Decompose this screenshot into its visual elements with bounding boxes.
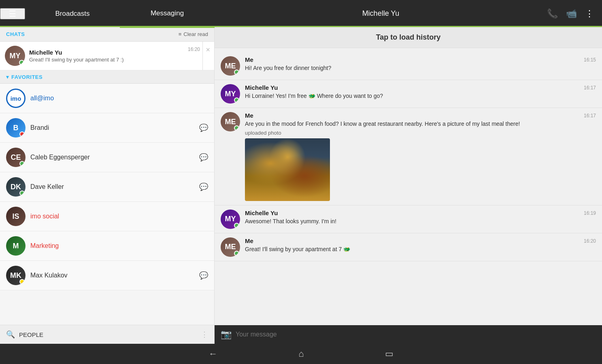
online-dot-me-1 (234, 70, 239, 75)
status-dot-dave (19, 190, 25, 196)
online-status-dot (19, 60, 24, 65)
bottom-navigation: ← ⌂ ▭ (0, 344, 602, 364)
favorite-item-marketing[interactable]: M Marketing (0, 231, 214, 261)
favorites-section-label: FAVORITES (11, 74, 43, 80)
broadcasts-tab[interactable]: Broadcasts (25, 0, 120, 27)
fav-avatar-max: MK (6, 266, 26, 285)
fav-name-brandi: Brandi (26, 124, 199, 131)
people-more-icon[interactable]: ⋮ (201, 330, 208, 339)
msg-time-5: 16:20 (584, 237, 596, 244)
main-layout: CHATS ≡ Clear read MY Michelle Yu Great!… (0, 27, 602, 344)
hamburger-icon: ☰ (9, 9, 16, 18)
recents-button[interactable]: ▭ (385, 349, 394, 359)
hamburger-menu-button[interactable]: ☰ (0, 8, 25, 19)
messages-area: ME Me Hi! Are you free for dinner tonigh… (215, 48, 602, 325)
tap-history-button[interactable]: Tap to load history (215, 27, 602, 48)
fav-avatar-brandi: B (6, 118, 26, 138)
video-call-icon[interactable]: 📹 (566, 8, 577, 19)
right-panel: Tap to load history ME Me Hi! Are you fr… (215, 27, 602, 344)
msg-time-1: 16:15 (584, 56, 596, 63)
msg-avatar-1: ME (221, 56, 240, 76)
fav-avatar-caleb: CE (6, 148, 26, 167)
message-status-icon-caleb: 💬 (199, 153, 208, 162)
message-status-icon-dave: 💬 (199, 182, 208, 191)
message-input-bar: 📷 (215, 325, 602, 344)
favorites-header: ▾ FAVORITES (0, 70, 214, 84)
msg-time-3: 16:17 (584, 112, 596, 119)
clear-read-button[interactable]: ≡ Clear read (179, 31, 208, 37)
search-icon[interactable]: 🔍 (6, 330, 15, 339)
message-input[interactable] (236, 331, 596, 338)
broadcasts-label: Broadcasts (55, 10, 89, 17)
message-row-4: MY Michelle Yu Awesome! That looks yummy… (215, 205, 602, 233)
msg-text-1: Hi! Are you free for dinner tonight? (245, 64, 579, 72)
uploaded-photo[interactable] (245, 138, 330, 201)
msg-text-2: Hi Lorraine! Yes! I'm free 🐲 Where do yo… (245, 92, 579, 100)
favorite-item-imosocial[interactable]: IS imo social (0, 202, 214, 231)
message-row-1: ME Me Hi! Are you free for dinner tonigh… (215, 52, 602, 80)
camera-icon[interactable]: 📷 (221, 329, 232, 340)
clear-read-icon: ≡ (179, 31, 182, 37)
fav-name-max: Max Kulakov (26, 272, 199, 279)
fav-name-imosocial: imo social (26, 213, 208, 220)
home-button[interactable]: ⌂ (298, 349, 304, 359)
clear-read-label: Clear read (183, 31, 208, 37)
msg-time-2: 16:17 (584, 84, 596, 91)
message-status-icon-brandi: 💬 (199, 123, 208, 132)
msg-sender-2: Michelle Yu (245, 84, 579, 91)
msg-sender-3: Me (245, 112, 579, 119)
msg-avatar-5: ME (221, 237, 240, 257)
imo-text: imo (11, 95, 21, 102)
favorite-item-dave[interactable]: DK Dave Keller 💬 (0, 172, 214, 202)
food-photo-image (245, 138, 330, 201)
imo-avatar: imo (6, 89, 26, 108)
chat-info-michelle: Michelle Yu Great! I'll swing by your ap… (25, 49, 209, 63)
online-dot-yu-2 (234, 223, 239, 228)
messaging-label: Messaging (151, 9, 184, 17)
call-icon[interactable]: 📞 (547, 8, 558, 19)
chats-header: CHATS ≡ Clear read (0, 27, 214, 42)
fav-avatar-imosocial: IS (6, 207, 26, 226)
fav-name-caleb: Caleb Eggensperger (26, 154, 199, 161)
uploaded-photo-label: uploaded photo (245, 130, 579, 136)
nav-actions: 📞 📹 ⋮ (547, 8, 602, 19)
messaging-tab[interactable]: Messaging (120, 0, 215, 28)
people-label: PEOPLE (19, 331, 201, 338)
message-row-5: ME Me Great! I'll swing by your apartmen… (215, 233, 602, 261)
chat-avatar-michelle: MY (5, 46, 25, 66)
left-panel: CHATS ≡ Clear read MY Michelle Yu Great!… (0, 27, 215, 344)
fav-name-marketing: Marketing (26, 242, 208, 250)
fav-name-allimo: all@imo (26, 95, 208, 102)
chat-close-button[interactable]: × (206, 46, 210, 54)
fav-avatar-dave: DK (6, 177, 26, 197)
favorite-item-caleb[interactable]: CE Caleb Eggensperger 💬 (0, 143, 214, 172)
chat-item-michelle[interactable]: MY Michelle Yu Great! I'll swing by your… (0, 42, 214, 70)
conversation-title: Michelle Yu (215, 9, 547, 18)
top-navigation: ☰ Broadcasts Messaging Michelle Yu 📞 📹 ⋮ (0, 0, 602, 27)
msg-text-3: Are you in the mood for French food? I k… (245, 120, 579, 128)
status-dot-max (19, 279, 25, 284)
msg-text-5: Great! I'll swing by your apartment at 7… (245, 245, 579, 254)
message-status-icon-max: 💬 (199, 271, 208, 280)
msg-avatar-4: MY (221, 210, 240, 229)
fav-avatar-marketing: M (6, 236, 26, 256)
avatar-image-marketing: M (6, 236, 26, 256)
msg-avatar-3: ME (221, 112, 240, 131)
chat-time-michelle: 16:20 (188, 47, 200, 52)
msg-content-1: Me Hi! Are you free for dinner tonight? (240, 56, 584, 72)
tap-history-label: Tap to load history (376, 33, 441, 41)
chevron-down-icon[interactable]: ▾ (6, 74, 9, 80)
msg-sender-5: Me (245, 237, 579, 244)
favorite-item-brandi[interactable]: B Brandi 💬 (0, 113, 214, 143)
msg-text-4: Awesome! That looks yummy. I'm in! (245, 218, 579, 226)
back-button[interactable]: ← (208, 349, 217, 359)
fav-name-dave: Dave Keller (26, 183, 199, 190)
msg-content-3: Me Are you in the mood for French food? … (240, 112, 584, 201)
avatar-image-imosocial: IS (6, 207, 26, 226)
favorite-item-max[interactable]: MK Max Kulakov 💬 (0, 261, 214, 290)
favorite-item-allimo[interactable]: imo all@imo (0, 84, 214, 113)
chat-name-michelle: Michelle Yu (29, 49, 205, 56)
msg-content-5: Me Great! I'll swing by your apartment a… (240, 237, 584, 254)
more-options-icon[interactable]: ⋮ (585, 8, 594, 19)
status-dot-brandi (19, 131, 25, 137)
